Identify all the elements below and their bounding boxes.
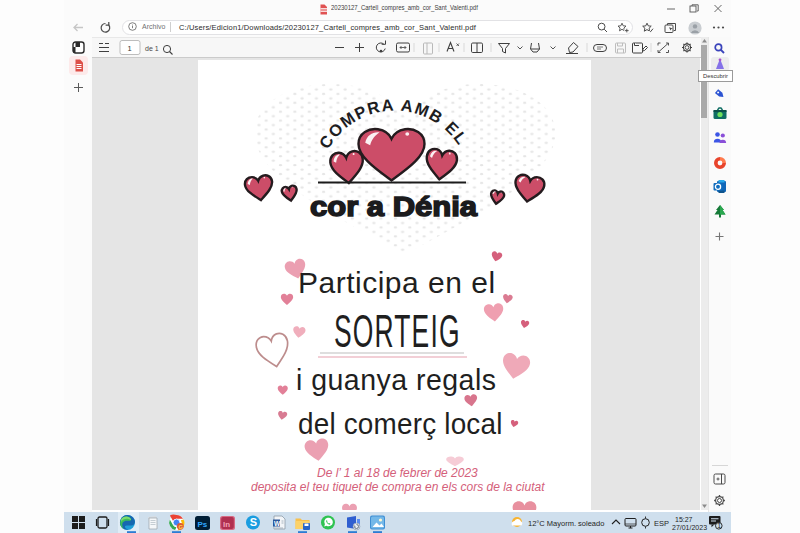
svg-text:27/01/2023: 27/01/2023 bbox=[672, 524, 707, 531]
svg-text:15:27: 15:27 bbox=[675, 516, 693, 523]
svg-text:cor a Dénia: cor a Dénia bbox=[310, 191, 477, 222]
svg-text:Ps: Ps bbox=[198, 520, 208, 529]
svg-text:S: S bbox=[250, 516, 257, 528]
svg-text:In: In bbox=[223, 520, 230, 529]
svg-text:W: W bbox=[274, 520, 281, 527]
svg-text:12°C Mayorm. soleado: 12°C Mayorm. soleado bbox=[528, 519, 604, 528]
svg-text:de 1: de 1 bbox=[145, 45, 159, 52]
svg-text:ESP: ESP bbox=[654, 519, 669, 528]
svg-text:1: 1 bbox=[128, 44, 132, 53]
svg-text:G: G bbox=[178, 524, 183, 530]
svg-text:1: 1 bbox=[717, 522, 721, 529]
